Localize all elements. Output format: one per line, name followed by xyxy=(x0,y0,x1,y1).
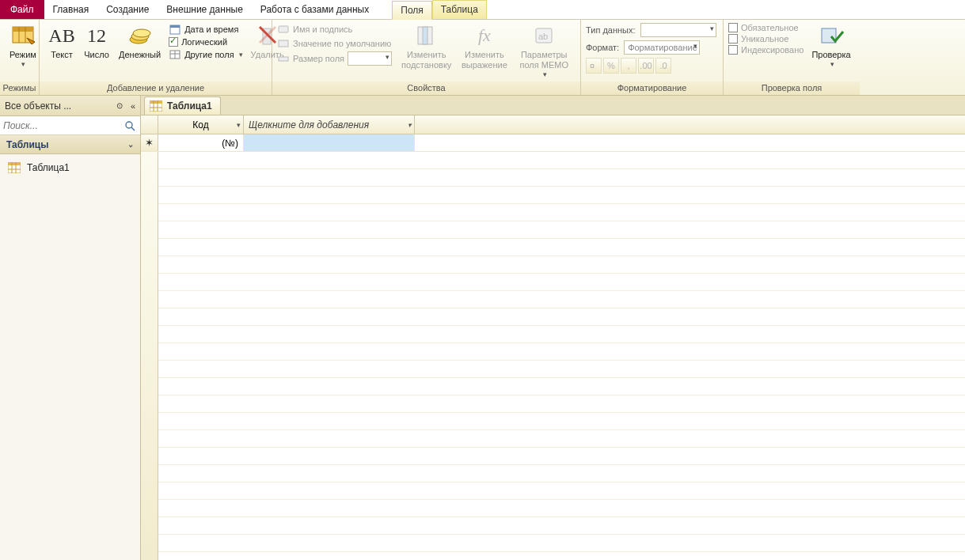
checkbox-icon xyxy=(728,23,738,32)
search-row xyxy=(0,116,140,135)
dropdown-icon: ▾ xyxy=(239,51,243,59)
default-value-button[interactable]: Значение по умолчанию xyxy=(277,37,392,50)
row-selector-gutter xyxy=(141,152,158,560)
tab-table[interactable]: Таблица xyxy=(432,0,487,19)
navigation-pane-title: Все объекты ... xyxy=(5,100,113,112)
required-checkbox-row[interactable]: Обязательное xyxy=(728,23,804,32)
document-tab-table1[interactable]: Таблица1 xyxy=(144,96,221,115)
name-caption-label: Имя и подпись xyxy=(293,25,352,34)
add-number-button[interactable]: 12 Число xyxy=(79,21,114,62)
decrease-decimals-icon: .0 xyxy=(659,61,667,70)
modify-lookup-button[interactable]: Изменить подстановку xyxy=(397,21,456,72)
table-icon xyxy=(150,100,162,112)
memo-params-button[interactable]: ab Параметры поля MEMO ▾ xyxy=(512,21,576,80)
dropdown-icon: ▾ xyxy=(543,70,547,78)
navigation-pane-header[interactable]: Все объекты ... ⊙ « xyxy=(0,96,140,116)
modify-expression-button[interactable]: fx Изменить выражение xyxy=(456,21,512,72)
nav-item-label: Таблица1 xyxy=(27,162,70,173)
group-validation: Обязательное Уникальное Индексировано Пр… xyxy=(724,20,860,95)
tab-create[interactable]: Создание xyxy=(97,0,158,19)
increase-decimals-button[interactable]: .00 xyxy=(638,58,654,74)
navigation-pane: Все объекты ... ⊙ « Таблицы ⌄ Таблица1 xyxy=(0,96,141,560)
view-button[interactable]: Режим ▾ xyxy=(5,21,41,70)
svg-rect-32 xyxy=(150,100,162,104)
svg-text:¤: ¤ xyxy=(590,61,595,70)
svg-rect-19 xyxy=(423,27,427,44)
select-all-box[interactable] xyxy=(141,115,158,134)
nav-item-table1[interactable]: Таблица1 xyxy=(0,154,140,181)
column-header-add-label: Щелкните для добавления xyxy=(249,119,369,131)
datatype-combo[interactable] xyxy=(640,23,716,37)
group-add-remove-label: Добавление и удаление xyxy=(40,81,272,95)
group-formatting-label: Форматирование xyxy=(581,81,723,95)
add-text-label: Текст xyxy=(51,50,73,60)
lookup-column-icon xyxy=(414,23,439,48)
table-icon xyxy=(8,162,21,173)
document-tabbar: Таблица1 xyxy=(141,96,965,115)
currency-format-button[interactable]: ¤ xyxy=(586,58,602,74)
collapse-pane-icon[interactable]: « xyxy=(131,101,135,111)
text-type-icon: AB xyxy=(49,23,74,48)
tab-home[interactable]: Главная xyxy=(44,0,98,19)
tab-file[interactable]: Файл xyxy=(0,0,44,19)
number-type-icon: 12 xyxy=(84,23,109,48)
svg-text:ab: ab xyxy=(538,32,548,41)
indexed-label: Индексировано xyxy=(741,45,804,55)
decrease-decimals-button[interactable]: .0 xyxy=(655,58,671,74)
default-value-label: Значение по умолчанию xyxy=(293,39,391,48)
cell-id[interactable]: (№) xyxy=(158,134,244,151)
percent-format-button[interactable]: % xyxy=(603,58,619,74)
filter-dropdown-icon[interactable]: ⊙ xyxy=(116,101,123,110)
nav-category-tables[interactable]: Таблицы ⌄ xyxy=(0,135,140,154)
add-boolean-button[interactable]: Логический xyxy=(169,37,242,47)
collapse-group-icon[interactable]: ⌄ xyxy=(127,140,134,149)
unique-checkbox-row[interactable]: Уникальное xyxy=(728,34,804,44)
field-size-label: Размер поля xyxy=(293,54,344,63)
search-icon[interactable] xyxy=(123,119,137,133)
validation-icon xyxy=(819,23,844,48)
ruler-icon xyxy=(277,52,290,65)
empty-grid-area xyxy=(141,152,965,560)
indexed-checkbox-row[interactable]: Индексировано xyxy=(728,45,804,55)
search-input[interactable] xyxy=(3,120,123,131)
tab-external-data[interactable]: Внешние данные xyxy=(158,0,252,19)
datasheet: Код ▾ Щелкните для добавления ▾ ✶ (№) xyxy=(141,115,965,560)
svg-point-24 xyxy=(126,122,132,128)
datasheet-view-icon xyxy=(10,23,36,48)
currency-type-icon xyxy=(127,23,153,48)
checkbox-icon xyxy=(169,37,178,47)
field-size-input[interactable] xyxy=(348,51,392,66)
new-record-row[interactable]: ✶ (№) xyxy=(141,134,965,152)
svg-rect-8 xyxy=(170,25,180,28)
thousand-sep-button[interactable]: , xyxy=(621,58,636,74)
cell-add-selected[interactable] xyxy=(244,134,415,151)
add-currency-button[interactable]: Денежный xyxy=(114,21,165,62)
formatting-combo[interactable]: Форматирование xyxy=(624,40,700,55)
ribbon: Режим ▾ Режимы AB Текст 12 Число Денежны… xyxy=(0,20,965,96)
group-add-remove: AB Текст 12 Число Денежный Дата и время xyxy=(40,20,272,95)
column-dropdown-icon[interactable]: ▾ xyxy=(237,121,241,129)
document-area: Таблица1 Код ▾ Щелкните для добавления ▾… xyxy=(141,96,965,560)
tab-database-tools[interactable]: Работа с базами данных xyxy=(252,0,378,19)
add-currency-label: Денежный xyxy=(119,50,161,60)
group-modes-label: Режимы xyxy=(0,81,39,95)
format-label: Формат: xyxy=(586,43,619,52)
row-selector[interactable]: ✶ xyxy=(141,134,158,151)
field-size-row[interactable]: Размер поля xyxy=(277,51,392,66)
column-header-id[interactable]: Код ▾ xyxy=(158,115,244,134)
add-boolean-label: Логический xyxy=(181,37,227,47)
add-text-button[interactable]: AB Текст xyxy=(44,21,79,62)
datasheet-header: Код ▾ Щелкните для добавления ▾ xyxy=(141,115,965,134)
group-modes: Режим ▾ Режимы xyxy=(0,20,40,95)
table-icon xyxy=(169,48,181,61)
tab-fields[interactable]: Поля xyxy=(392,1,432,20)
group-formatting: Тип данных: Формат: Форматирование ¤ % ,… xyxy=(581,20,724,95)
validation-button[interactable]: Проверка ▾ xyxy=(807,21,855,70)
add-datetime-button[interactable]: Дата и время xyxy=(169,23,242,36)
column-dropdown-icon[interactable]: ▾ xyxy=(408,121,412,129)
column-header-add[interactable]: Щелкните для добавления ▾ xyxy=(244,115,415,134)
workspace: Все объекты ... ⊙ « Таблицы ⌄ Таблица1 Т… xyxy=(0,96,965,560)
datatype-label: Тип данных: xyxy=(586,25,636,35)
name-caption-button[interactable]: Имя и подпись xyxy=(277,23,392,36)
more-fields-button[interactable]: Другие поля ▾ xyxy=(169,48,242,61)
